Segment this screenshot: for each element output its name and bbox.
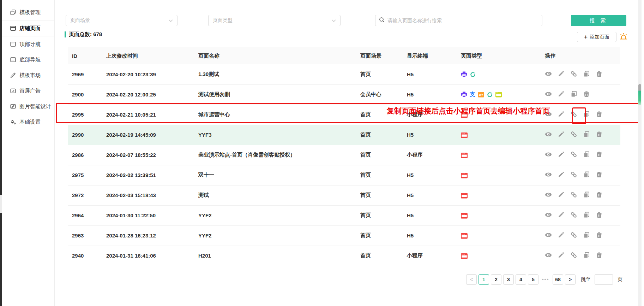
edit-icon-button[interactable] bbox=[558, 131, 565, 139]
copy-icon-button[interactable] bbox=[583, 231, 590, 240]
cell-type-icons bbox=[457, 165, 541, 185]
app-orange-icon: APP bbox=[478, 92, 484, 98]
page-button-68[interactable]: 68 bbox=[553, 274, 563, 285]
edit-icon-button[interactable] bbox=[558, 111, 565, 119]
cell-scene: 首页 bbox=[356, 185, 403, 205]
sidebar-item-1[interactable]: 模板管理 bbox=[2, 5, 54, 20]
cell-operations bbox=[541, 205, 620, 225]
delete-icon-button[interactable] bbox=[596, 231, 603, 240]
view-icon-button[interactable] bbox=[545, 211, 552, 219]
sidebar-item-5[interactable]: 模板市场 bbox=[2, 67, 54, 83]
sync-green-icon bbox=[470, 71, 476, 78]
sidebar-item-7[interactable]: 图片智能设计 bbox=[2, 99, 54, 114]
sidebar-item-4[interactable]: 底部导航 bbox=[2, 52, 54, 67]
add-page-button[interactable]: + 添加页面 bbox=[577, 32, 616, 42]
page-type-select[interactable]: 页面类型 bbox=[208, 15, 341, 26]
link-icon-button[interactable] bbox=[570, 111, 577, 119]
edit-icon-button[interactable] bbox=[558, 231, 565, 240]
cell-modified: 2024-02-20 12:00:25 bbox=[102, 84, 194, 105]
link-icon-button[interactable] bbox=[570, 131, 577, 139]
cell-operations bbox=[541, 64, 620, 84]
delete-icon-button[interactable] bbox=[596, 211, 603, 219]
alarm-siren-icon[interactable] bbox=[619, 33, 628, 42]
delete-icon-button[interactable] bbox=[596, 191, 603, 199]
edit-icon-button[interactable] bbox=[558, 211, 565, 219]
delete-icon-button[interactable] bbox=[596, 131, 603, 139]
column-header: 上次修改时间 bbox=[102, 47, 194, 64]
alipay-blue-icon: 支 bbox=[470, 91, 475, 98]
copy-icon-button[interactable] bbox=[583, 191, 590, 199]
view-icon-button[interactable] bbox=[545, 111, 552, 119]
sync-green-icon bbox=[487, 92, 493, 98]
cell-id: 2969 bbox=[68, 64, 102, 84]
copy-icon-button[interactable] bbox=[583, 151, 590, 159]
search-input[interactable] bbox=[387, 18, 538, 23]
view-icon-button[interactable] bbox=[545, 252, 552, 260]
link-icon-button[interactable] bbox=[570, 171, 577, 179]
edit-icon-button[interactable] bbox=[558, 90, 565, 99]
link-icon-button[interactable] bbox=[570, 191, 577, 199]
copy-icon-button[interactable] bbox=[570, 90, 577, 99]
page-name-search bbox=[375, 15, 542, 26]
table-row: 29952024-02-21 10:05:21城市运营中心首页小程序 bbox=[68, 105, 620, 125]
sidebar-item-2[interactable]: 店铺页面 bbox=[2, 20, 54, 36]
copy-icon-button[interactable] bbox=[583, 70, 590, 78]
view-icon-button[interactable] bbox=[545, 171, 552, 179]
delete-icon-button[interactable] bbox=[596, 252, 603, 260]
page-button-3[interactable]: 3 bbox=[503, 274, 514, 285]
view-icon-button[interactable] bbox=[545, 90, 552, 99]
cell-scene: 首页 bbox=[356, 145, 403, 165]
page-scene-select[interactable]: 页面场景 bbox=[66, 15, 177, 26]
cell-terminal: 小程序 bbox=[403, 145, 457, 165]
delete-icon-button[interactable] bbox=[596, 151, 603, 159]
copy-icon-button[interactable] bbox=[583, 171, 590, 179]
cell-type-icons bbox=[457, 205, 541, 225]
view-icon-button[interactable] bbox=[545, 151, 552, 159]
svg-text:APP: APP bbox=[479, 94, 483, 96]
view-icon-button[interactable] bbox=[545, 131, 552, 139]
sidebar-item-8[interactable]: 基础设置 bbox=[2, 114, 54, 130]
delete-icon-button[interactable] bbox=[596, 111, 603, 119]
cell-name: H201 bbox=[194, 246, 356, 266]
sidebar-item-label: 基础设置 bbox=[19, 119, 41, 125]
splash-ad-icon bbox=[10, 88, 16, 94]
edit-icon-button[interactable] bbox=[558, 191, 565, 199]
view-icon-button[interactable] bbox=[545, 70, 552, 78]
cell-modified: 2024-01-31 16:41:06 bbox=[102, 246, 194, 266]
add-page-label: 添加页面 bbox=[590, 34, 609, 40]
bottom-nav-icon bbox=[10, 57, 16, 63]
delete-icon-button[interactable] bbox=[596, 171, 603, 179]
page-button-5[interactable]: 5 bbox=[528, 274, 538, 285]
copy-icon-button[interactable] bbox=[583, 111, 590, 119]
sidebar-item-6[interactable]: 首屏广告 bbox=[2, 83, 54, 99]
page: 模板管理店铺页面顶部导航底部导航模板市场首屏广告图片智能设计基础设置 页面场景 … bbox=[0, 0, 644, 306]
next-page-button[interactable]: > bbox=[565, 274, 576, 285]
edit-icon-button[interactable] bbox=[558, 252, 565, 260]
link-icon-button[interactable] bbox=[570, 211, 577, 219]
jump-page-input[interactable] bbox=[595, 274, 613, 285]
page-button-2[interactable]: 2 bbox=[491, 274, 501, 285]
search-button[interactable]: 搜 索 bbox=[571, 15, 626, 26]
edit-icon-button[interactable] bbox=[558, 70, 565, 78]
sidebar-item-3[interactable]: 顶部导航 bbox=[2, 36, 54, 52]
delete-icon-button[interactable] bbox=[596, 70, 603, 78]
page-button-1[interactable]: 1 bbox=[479, 274, 489, 285]
link-icon-button[interactable] bbox=[570, 151, 577, 159]
edit-icon-button[interactable] bbox=[558, 151, 565, 159]
view-icon-button[interactable] bbox=[545, 191, 552, 199]
copy-icon-button[interactable] bbox=[583, 252, 590, 260]
table-row: 29902024-02-19 14:45:09YYF3首页H5 bbox=[68, 125, 620, 145]
link-icon-button[interactable] bbox=[570, 252, 577, 260]
delete-icon-button[interactable] bbox=[583, 90, 590, 99]
edit-icon-button[interactable] bbox=[558, 171, 565, 179]
view-icon-button[interactable] bbox=[545, 231, 552, 240]
cell-terminal: H5 bbox=[403, 165, 457, 185]
copy-icon-button[interactable] bbox=[583, 211, 590, 219]
copy-icon-button[interactable] bbox=[583, 131, 590, 139]
prev-page-button[interactable]: < bbox=[466, 274, 477, 285]
link-icon-button[interactable] bbox=[570, 231, 577, 240]
page-button-4[interactable]: 4 bbox=[516, 274, 526, 285]
page-scene-select-placeholder: 页面场景 bbox=[70, 17, 90, 24]
scrollbar-thumb[interactable] bbox=[638, 84, 641, 105]
link-icon-button[interactable] bbox=[570, 70, 577, 78]
